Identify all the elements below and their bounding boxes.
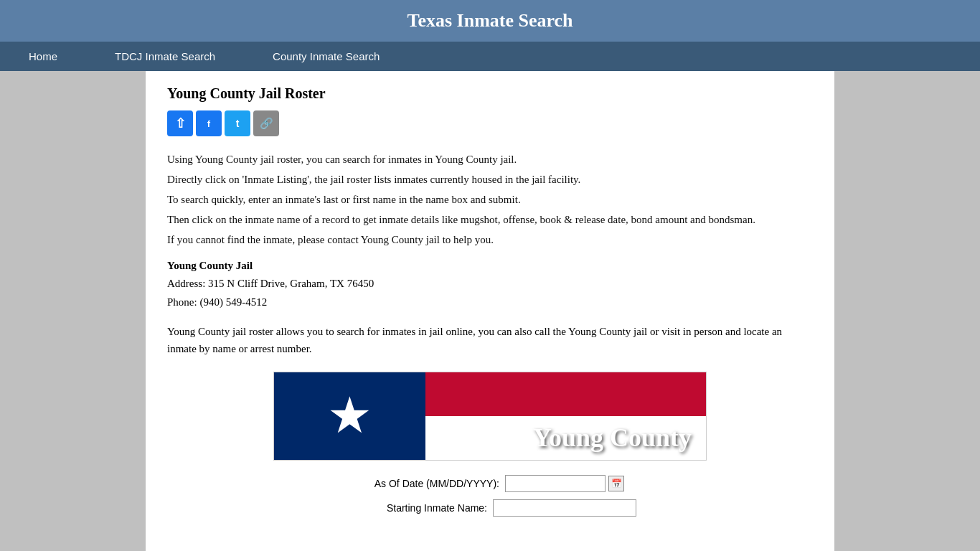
desc-line-3: To search quickly, enter an inmate's las… [167, 191, 813, 208]
address-value: 315 N Cliff Drive, Graham, TX 76450 [208, 278, 374, 289]
bottom-description: Young County jail roster allows you to s… [167, 323, 813, 357]
main-content: Young County Jail Roster ⇧ f t 🔗 Using Y… [146, 71, 834, 551]
date-input[interactable] [505, 475, 606, 492]
desc-line-5: If you cannot find the inmate, please co… [167, 231, 813, 248]
date-label: As Of Date (MM/DD/YYYY): [356, 478, 499, 489]
jail-name: Young County Jail [167, 260, 813, 272]
site-title: Texas Inmate Search [0, 10, 980, 32]
flag-blue-section: ★ [274, 372, 425, 460]
page-title: Young County Jail Roster [167, 85, 813, 102]
nav-county[interactable]: County Inmate Search [244, 42, 408, 71]
calendar-icon[interactable]: 📅 [608, 476, 624, 491]
flag-star: ★ [327, 391, 372, 441]
nav-home[interactable]: Home [0, 42, 86, 71]
social-share-bar: ⇧ f t 🔗 [167, 110, 813, 136]
name-label: Starting Inmate Name: [344, 502, 487, 514]
name-form-row: Starting Inmate Name: [167, 499, 813, 517]
desc-line-4: Then click on the inmate name of a recor… [167, 211, 813, 228]
site-header: Texas Inmate Search [0, 0, 980, 42]
description-block: Using Young County jail roster, you can … [167, 151, 813, 248]
facebook-button[interactable]: f [196, 110, 222, 136]
jail-address: Address: 315 N Cliff Drive, Graham, TX 7… [167, 275, 813, 293]
desc-line-1: Using Young County jail roster, you can … [167, 151, 813, 168]
twitter-button[interactable]: t [225, 110, 250, 136]
date-form-row: As Of Date (MM/DD/YYYY): 📅 [167, 475, 813, 492]
share-button[interactable]: ⇧ [167, 110, 193, 136]
address-label: Address: [167, 278, 208, 289]
navigation: Home TDCJ Inmate Search County Inmate Se… [0, 42, 980, 71]
jail-phone: Phone: (940) 549-4512 [167, 293, 813, 312]
jail-info-block: Address: 315 N Cliff Drive, Graham, TX 7… [167, 275, 813, 311]
nav-tdcj[interactable]: TDCJ Inmate Search [86, 42, 244, 71]
main-wrapper: Young County Jail Roster ⇧ f t 🔗 Using Y… [0, 71, 980, 551]
county-flag-image-container: ★ Young County [167, 372, 813, 461]
county-label: Young County [533, 423, 692, 453]
phone-value: (940) 549-4512 [199, 296, 267, 308]
name-input[interactable] [493, 499, 636, 517]
phone-label: Phone: [167, 296, 199, 308]
flag-red-stripe [425, 372, 706, 416]
county-flag-image: ★ Young County [273, 372, 707, 461]
copy-link-button[interactable]: 🔗 [253, 110, 279, 136]
desc-line-2: Directly click on 'Inmate Listing', the … [167, 171, 813, 188]
